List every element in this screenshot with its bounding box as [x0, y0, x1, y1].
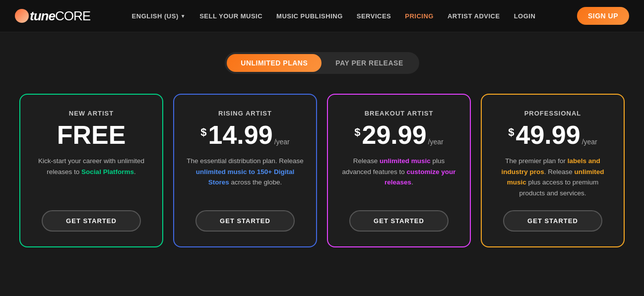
header: tune CORE ENGLISH (US) ▼ SELL YOUR MUSIC…	[0, 0, 644, 32]
price-dollar-rising: $	[200, 126, 206, 139]
logo[interactable]: tune CORE	[15, 8, 90, 24]
nav-artist-advice[interactable]: ARTIST ADVICE	[448, 12, 500, 20]
nav-login[interactable]: LOGIN	[514, 12, 536, 20]
plan-name-breakout-artist: BREAKOUT ARTIST	[365, 110, 434, 117]
highlight-unlimited-breakout: unlimited music	[380, 157, 431, 165]
nav-services[interactable]: SERVICES	[357, 12, 391, 20]
price-professional: $ 49.99 /year	[508, 122, 597, 148]
card-breakout-artist: BREAKOUT ARTIST $ 29.99 /year Release un…	[327, 94, 471, 247]
highlight-customize: customize your releases	[385, 168, 455, 186]
card-new-artist: NEW ARTIST FREE Kick-start your career w…	[19, 94, 163, 247]
description-new-artist: Kick-start your career with unlimited re…	[32, 156, 150, 198]
price-value-new-artist: FREE	[57, 122, 126, 148]
price-period-breakout-artist: /year	[428, 138, 444, 146]
nav-pricing[interactable]: PRICING	[405, 12, 434, 20]
nav-music-publishing[interactable]: MUSIC PUBLISHING	[276, 12, 343, 20]
highlight-unlimited-150: unlimited music to 150+ Digital Stores	[196, 168, 294, 186]
plan-name-professional: PROFESSIONAL	[524, 110, 581, 117]
price-value-rising-artist: 14.99	[208, 122, 272, 148]
signup-button[interactable]: SIGN UP	[577, 7, 629, 25]
price-period-professional: /year	[582, 138, 597, 146]
description-rising-artist: The essential distribution plan. Release…	[186, 156, 304, 198]
price-value-breakout-artist: 29.99	[362, 122, 426, 148]
plan-name-new-artist: NEW ARTIST	[69, 110, 114, 117]
logo-tune: tune	[30, 8, 55, 24]
card-rising-artist: RISING ARTIST $ 14.99 /year The essentia…	[173, 94, 317, 247]
pay-per-release-toggle[interactable]: PAY PER RELEASE	[322, 54, 417, 72]
language-label: ENGLISH (US)	[132, 12, 179, 20]
chevron-down-icon: ▼	[181, 13, 186, 19]
plan-toggle: UNLIMITED PLANS PAY PER RELEASE	[225, 52, 419, 74]
cta-new-artist[interactable]: GET STARTED	[42, 210, 141, 232]
nav-sell-music[interactable]: SELL YOUR MUSIC	[199, 12, 262, 20]
price-new-artist: FREE	[57, 122, 126, 148]
price-dollar-professional: $	[508, 126, 514, 139]
logo-icon	[15, 9, 29, 23]
pricing-cards: NEW ARTIST FREE Kick-start your career w…	[14, 94, 630, 247]
price-rising-artist: $ 14.99 /year	[200, 122, 290, 148]
plan-name-rising-artist: RISING ARTIST	[218, 110, 272, 117]
price-value-professional: 49.99	[515, 122, 580, 148]
cta-professional[interactable]: GET STARTED	[503, 210, 602, 232]
price-period-rising-artist: /year	[274, 138, 290, 146]
price-breakout-artist: $ 29.99 /year	[354, 122, 444, 148]
cta-breakout-artist[interactable]: GET STARTED	[349, 210, 449, 232]
language-selector[interactable]: ENGLISH (US) ▼	[132, 12, 186, 20]
main-nav: ENGLISH (US) ▼ SELL YOUR MUSIC MUSIC PUB…	[132, 12, 536, 20]
cta-rising-artist[interactable]: GET STARTED	[195, 210, 295, 232]
main-content: UNLIMITED PLANS PAY PER RELEASE NEW ARTI…	[0, 32, 644, 272]
price-dollar-breakout: $	[354, 126, 360, 139]
description-professional: The premier plan for labels and industry…	[494, 156, 612, 198]
highlight-social-platforms: Social Platforms	[81, 168, 134, 176]
unlimited-plans-toggle[interactable]: UNLIMITED PLANS	[227, 54, 322, 72]
description-breakout-artist: Release unlimited music plus advanced fe…	[340, 156, 458, 198]
card-professional: PROFESSIONAL $ 49.99 /year The premier p…	[481, 94, 625, 247]
logo-core: CORE	[55, 8, 90, 24]
